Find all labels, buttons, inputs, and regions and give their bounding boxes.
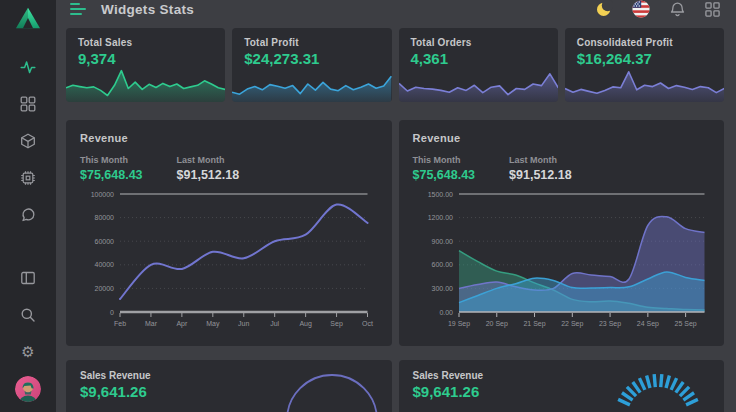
language-selector-button[interactable]	[632, 0, 650, 18]
svg-text:Feb: Feb	[114, 320, 126, 327]
svg-text:Oct: Oct	[362, 320, 373, 327]
svg-text:40000: 40000	[95, 261, 115, 268]
main-area: Widgets Stats	[56, 0, 736, 412]
svg-text:20000: 20000	[95, 285, 115, 292]
svg-text:Aug: Aug	[299, 320, 312, 328]
sidebar-item-settings[interactable]: ⚙	[0, 333, 56, 370]
sidebar-item-components[interactable]	[0, 159, 56, 196]
total-orders-sparkline	[399, 64, 558, 102]
this-month-block: This Month $75,648.43	[413, 155, 476, 182]
stat-label: Total Orders	[411, 37, 546, 48]
last-month-block: Last Month $91,512.18	[177, 155, 240, 182]
sidebar-nav-top	[0, 48, 56, 233]
content-area: Total Sales 9,374 Total Profit $24,273.3…	[56, 18, 736, 412]
cube-icon	[20, 133, 36, 149]
dashboard-page: ⚙	[0, 0, 736, 412]
apps-grid-icon	[705, 2, 720, 17]
stat-card-total-sales: Total Sales 9,374	[66, 28, 225, 102]
sidebar-item-layout[interactable]	[0, 259, 56, 296]
sidebar: ⚙	[0, 0, 56, 412]
sidebar-item-activity[interactable]	[0, 48, 56, 85]
last-month-value: $91,512.18	[177, 168, 240, 182]
layout-panel-icon	[20, 270, 36, 286]
moon-icon	[595, 0, 613, 18]
svg-text:Jun: Jun	[238, 320, 249, 327]
revenue-card-left: Revenue This Month $75,648.43 Last Month…	[66, 120, 392, 346]
app-logo[interactable]	[0, 0, 56, 36]
sidebar-item-dashboard[interactable]	[0, 85, 56, 122]
chat-bubble-icon	[20, 207, 36, 223]
stat-card-total-orders: Total Orders 4,361	[399, 28, 558, 102]
search-icon	[20, 307, 36, 323]
svg-text:60000: 60000	[95, 238, 115, 245]
svg-text:100000: 100000	[91, 191, 114, 198]
last-month-value: $91,512.18	[509, 168, 572, 182]
stat-card-consolidated-profit: Consolidated Profit $16,264.37	[565, 28, 724, 102]
sales-revenue-row: Sales Revenue $9,641.26 Sales Revenue $9…	[66, 360, 724, 412]
svg-text:20 Sep: 20 Sep	[485, 320, 507, 328]
last-month-block: Last Month $91,512.18	[509, 155, 572, 182]
total-sales-sparkline	[66, 64, 225, 102]
month-summary: This Month $75,648.43 Last Month $91,512…	[80, 155, 378, 182]
svg-text:900.00: 900.00	[431, 238, 453, 245]
total-profit-sparkline	[232, 64, 391, 102]
this-month-value: $75,648.43	[413, 168, 476, 182]
month-summary: This Month $75,648.43 Last Month $91,512…	[413, 155, 711, 182]
svg-text:Sep: Sep	[330, 320, 343, 328]
svg-text:21 Sep: 21 Sep	[523, 320, 545, 328]
grid-icon	[20, 96, 36, 112]
theme-toggle-button[interactable]	[595, 0, 613, 18]
svg-text:Apr: Apr	[176, 320, 188, 328]
revenue-line-chart: 020000400006000080000100000FebMarAprMayJ…	[80, 186, 378, 332]
sales-revenue-card-left: Sales Revenue $9,641.26	[66, 360, 392, 412]
ticks-gauge-chart	[576, 360, 716, 412]
page-title: Widgets Stats	[101, 2, 194, 17]
svg-text:600.00: 600.00	[431, 261, 453, 268]
user-avatar[interactable]	[15, 376, 41, 402]
notifications-button[interactable]	[669, 1, 686, 18]
svg-text:23 Sep: 23 Sep	[598, 320, 620, 328]
sales-revenue-card-right: Sales Revenue $9,641.26	[399, 360, 725, 412]
sidebar-item-search[interactable]	[0, 296, 56, 333]
svg-text:22 Sep: 22 Sep	[561, 320, 583, 328]
cpu-icon	[20, 170, 36, 186]
stat-label: Total Sales	[78, 37, 213, 48]
apps-menu-button[interactable]	[705, 2, 720, 17]
revenue-area-chart: 0.00300.00600.00900.001200.001500.0019 S…	[413, 186, 711, 332]
gear-icon: ⚙	[21, 344, 34, 359]
stat-cards-row: Total Sales 9,374 Total Profit $24,273.3…	[66, 28, 724, 102]
sidebar-item-packages[interactable]	[0, 122, 56, 159]
svg-text:1500.00: 1500.00	[427, 191, 452, 198]
logo-triangle-icon	[14, 6, 42, 30]
last-month-label: Last Month	[509, 155, 572, 165]
activity-icon	[20, 59, 36, 75]
svg-text:0.00: 0.00	[439, 309, 453, 316]
us-flag-icon	[632, 0, 650, 18]
svg-text:24 Sep: 24 Sep	[636, 320, 658, 328]
bell-icon	[669, 1, 686, 18]
stat-card-total-profit: Total Profit $24,273.31	[232, 28, 391, 102]
svg-text:19 Sep: 19 Sep	[447, 320, 469, 328]
svg-text:Jul: Jul	[270, 320, 279, 327]
revenue-card-right: Revenue This Month $75,648.43 Last Month…	[399, 120, 725, 346]
hamburger-menu-button[interactable]	[70, 3, 87, 15]
this-month-value: $75,648.43	[80, 168, 143, 182]
sidebar-item-messages[interactable]	[0, 196, 56, 233]
svg-text:300.00: 300.00	[431, 285, 453, 292]
svg-text:1200.00: 1200.00	[427, 214, 452, 221]
circle-gauge-chart	[244, 360, 384, 412]
this-month-label: This Month	[80, 155, 143, 165]
svg-text:25 Sep: 25 Sep	[674, 320, 696, 328]
header-actions	[595, 0, 720, 18]
last-month-label: Last Month	[177, 155, 240, 165]
svg-text:May: May	[206, 320, 220, 328]
revenue-charts-row: Revenue This Month $75,648.43 Last Month…	[66, 120, 724, 346]
avatar-image	[15, 376, 41, 402]
svg-text:Mar: Mar	[145, 320, 158, 327]
svg-text:0: 0	[110, 309, 114, 316]
this-month-block: This Month $75,648.43	[80, 155, 143, 182]
card-title: Revenue	[80, 132, 378, 144]
sidebar-nav-bottom: ⚙	[0, 259, 56, 370]
card-title: Revenue	[413, 132, 711, 144]
svg-text:80000: 80000	[95, 214, 115, 221]
